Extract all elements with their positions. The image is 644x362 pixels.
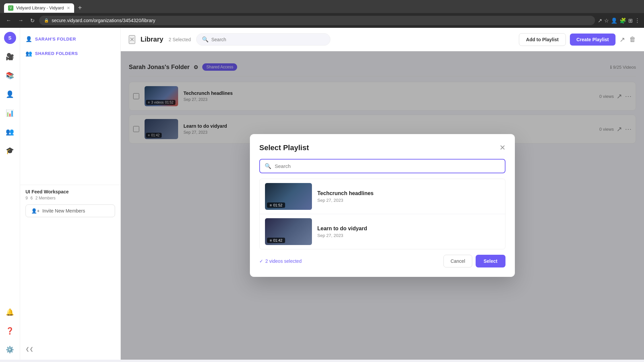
workspace-meta: 9 6 2 Members	[25, 196, 115, 200]
folder-icon: 👤	[25, 36, 33, 42]
workspace-num1: 9	[25, 196, 28, 200]
modal-search-bar[interactable]: 🔍	[259, 159, 505, 173]
workspace-block: UI Feed Workspace 9 6 2 Members 👤+ Invit…	[20, 185, 120, 221]
playlist-thumbnail-2: ≡ 01:42	[265, 218, 312, 245]
list-item[interactable]: ≡ 01:42 Learn to do vidyard Sep 27, 2023	[260, 214, 505, 249]
playlist-icon-badge-1: ≡	[270, 203, 272, 207]
list-item[interactable]: ≡ 01:52 Techcrunch headlines Sep 27, 202…	[260, 179, 505, 214]
playlist-thumbnail-1: ≡ 01:52	[265, 183, 312, 210]
sarahs-folder-header: 👤 SARAH'S FOLDER	[25, 36, 115, 42]
browser-chrome: V Vidyard Library - Vidyard ✕ + ← → ↻ 🔒 …	[0, 0, 644, 28]
select-playlist-modal: Select Playlist ✕ 🔍 ≡	[250, 134, 515, 277]
modal-title: Select Playlist	[259, 143, 309, 152]
collapse-panel-button[interactable]: ❮❮	[20, 344, 120, 354]
share-icon-button[interactable]: ↗	[620, 36, 625, 44]
settings-icon[interactable]: ⚙️	[4, 344, 16, 356]
checkmark-icon: ✓	[259, 258, 263, 264]
playlist-info-2: Learn to do vidyard Sep 27, 2023	[317, 226, 500, 238]
delete-icon-button[interactable]: 🗑	[629, 36, 636, 43]
top-bar: ✕ Library 2 Selected 🔍 Add to Playlist C…	[121, 28, 644, 51]
sidebar-toggle-icon[interactable]: ⊞	[628, 17, 633, 24]
modal-overlay[interactable]: Select Playlist ✕ 🔍 ≡	[121, 51, 644, 360]
browser-toolbar-actions: ↗ ☆ 👤 🧩 ⊞ ⋮	[598, 17, 640, 24]
selected-count-badge: 2 Selected	[169, 37, 191, 42]
app: S 🎥 📚 👤 📊 👥 🎓 🔔 ❓ ⚙️ 👤 SARAH'S FOLDER 👥 …	[0, 28, 644, 360]
forward-button[interactable]: →	[16, 16, 25, 25]
refresh-button[interactable]: ↻	[28, 16, 37, 25]
search-bar[interactable]: 🔍	[196, 33, 330, 46]
shared-folders-label[interactable]: SHARED FOLDERS	[35, 51, 78, 56]
playlist-date-1: Sep 27, 2023	[317, 198, 500, 203]
playlist-name-1: Techcrunch headlines	[317, 190, 500, 196]
address-bar[interactable]: 🔒	[39, 16, 595, 25]
workspace-title: UI Feed Workspace	[25, 189, 115, 194]
search-icon: 🔍	[202, 36, 209, 43]
extensions-icon[interactable]: 🧩	[620, 17, 626, 24]
select-button[interactable]: Select	[476, 255, 505, 267]
browser-tab-bar: V Vidyard Library - Vidyard ✕ +	[0, 0, 644, 13]
top-bar-actions: Add to Playlist Create Playlist ↗ 🗑	[519, 33, 636, 46]
playlist-icon-badge-2: ≡	[270, 238, 272, 242]
cancel-button[interactable]: Cancel	[443, 255, 472, 267]
address-input[interactable]	[52, 18, 590, 23]
left-panel: 👤 SARAH'S FOLDER 👥 SHARED FOLDERS UI Fee…	[20, 28, 121, 360]
bell-icon[interactable]: 🔔	[4, 306, 16, 318]
video-icon[interactable]: 🎥	[4, 51, 16, 63]
workspace-members: 2 Members	[35, 196, 55, 200]
modal-search-input[interactable]	[275, 163, 500, 169]
tab-title: Vidyard Library - Vidyard	[16, 5, 64, 10]
sarahs-folder-section: 👤 SARAH'S FOLDER	[20, 33, 120, 48]
playlist-duration-1: 01:52	[273, 203, 282, 207]
close-selection-button[interactable]: ✕	[129, 35, 135, 44]
help-icon[interactable]: ❓	[4, 325, 16, 337]
icon-sidebar: S 🎥 📚 👤 📊 👥 🎓 🔔 ❓ ⚙️	[0, 28, 20, 360]
contact-icon[interactable]: 👤	[4, 88, 16, 100]
shared-icon: 👥	[25, 50, 33, 57]
share-icon[interactable]: ↗	[598, 17, 602, 24]
shared-folders-section: 👥 SHARED FOLDERS	[20, 48, 120, 62]
invite-label: Invite New Members	[42, 208, 85, 214]
invite-members-button[interactable]: 👤+ Invite New Members	[25, 204, 115, 217]
menu-icon[interactable]: ⋮	[635, 17, 640, 24]
sarahs-folder-label[interactable]: SARAH'S FOLDER	[35, 37, 76, 42]
close-tab-icon[interactable]: ✕	[67, 6, 70, 10]
playlist-info-1: Techcrunch headlines Sep 27, 2023	[317, 190, 500, 203]
modal-footer-actions: Cancel Select	[443, 255, 505, 267]
content-area: Sarah Jonas's Folder ⚙ Shared Access ℹ 9…	[121, 51, 644, 360]
workspace-numbers: 9 6	[25, 196, 33, 200]
selected-videos-info: ✓ 2 videos selected	[259, 258, 302, 264]
playlist-name-2: Learn to do vidyard	[317, 226, 500, 232]
team-icon[interactable]: 👥	[4, 126, 16, 138]
selected-videos-label: 2 videos selected	[265, 258, 302, 264]
workspace-num2: 6	[31, 196, 33, 200]
modal-header: Select Playlist ✕	[259, 143, 505, 152]
main-content: ✕ Library 2 Selected 🔍 Add to Playlist C…	[121, 28, 644, 360]
library-title: Library	[141, 36, 163, 43]
lock-icon: 🔒	[44, 18, 49, 23]
shared-folders-header: 👥 SHARED FOLDERS	[25, 50, 115, 57]
modal-footer: ✓ 2 videos selected Cancel Select	[259, 255, 505, 267]
new-tab-button[interactable]: +	[75, 3, 85, 13]
search-input[interactable]	[211, 37, 325, 42]
playlist-date-2: Sep 27, 2023	[317, 233, 500, 238]
graduation-icon[interactable]: 🎓	[4, 144, 16, 157]
playlist-duration-badge-1: ≡ 01:52	[267, 202, 285, 208]
create-playlist-button[interactable]: Create Playlist	[570, 34, 616, 46]
playlist-duration-badge-2: ≡ 01:42	[267, 238, 285, 243]
modal-search-icon: 🔍	[265, 163, 271, 169]
analytics-icon[interactable]: 📊	[4, 107, 16, 119]
avatar[interactable]: S	[4, 32, 16, 44]
invite-icon: 👤+	[31, 208, 40, 214]
browser-toolbar: ← → ↻ 🔒 ↗ ☆ 👤 🧩 ⊞ ⋮	[0, 13, 644, 28]
playlist-list: ≡ 01:52 Techcrunch headlines Sep 27, 202…	[259, 179, 505, 249]
profile-icon[interactable]: 👤	[611, 17, 618, 24]
browser-tab-active[interactable]: V Vidyard Library - Vidyard ✕	[4, 3, 74, 13]
add-to-playlist-button[interactable]: Add to Playlist	[519, 33, 566, 46]
back-button[interactable]: ←	[4, 16, 13, 25]
modal-close-button[interactable]: ✕	[499, 143, 505, 152]
playlist-duration-2: 01:42	[273, 238, 282, 242]
tab-favicon: V	[8, 5, 13, 11]
bookmark-icon[interactable]: ☆	[604, 17, 609, 24]
library-icon[interactable]: 📚	[4, 69, 16, 81]
